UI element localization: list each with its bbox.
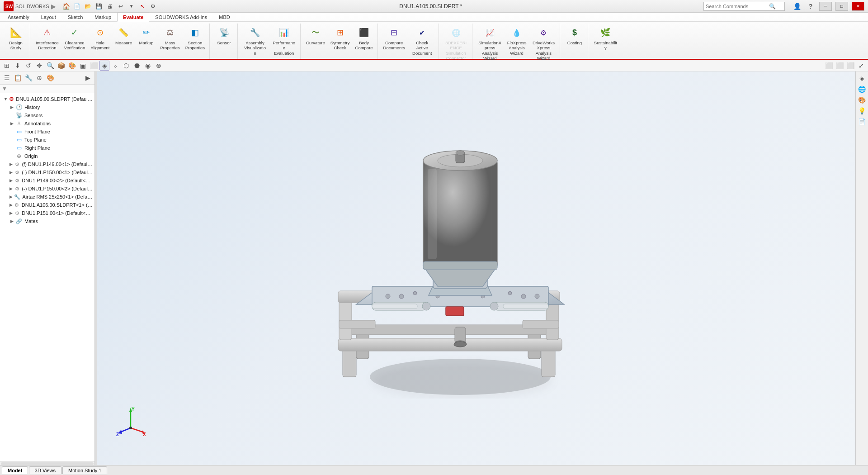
pan-icon[interactable]: ✥ [34,61,44,71]
viewport[interactable]: Y X Z [97,71,855,465]
tab-addins[interactable]: SOLIDWORKS Add-Ins [149,13,213,21]
tab-mbd[interactable]: MBD [213,13,236,21]
curvature-btn[interactable]: 〜 Curvature [304,24,327,46]
appearance-panel-icon[interactable]: ◈ [857,73,867,83]
3dxp-btn[interactable]: 🌐 3DEXPERIENCESimulationConnector [443,24,470,62]
display-icon[interactable]: 📦 [56,61,66,71]
undo-icon[interactable]: ↩ [116,1,126,11]
viewport-quad-icon[interactable]: ⬜ [845,61,855,71]
tab-model[interactable]: Model [2,466,28,474]
symmetry-check-btn[interactable]: ⊞ SymmetryCheck [329,24,352,52]
selection-icon[interactable]: ▣ [78,61,88,71]
tab-motion-study[interactable]: Motion Study 1 [62,466,107,474]
shadows-icon[interactable]: ◉ [143,61,153,71]
section-view-icon[interactable]: ⬜ [89,61,99,71]
annotations-toggle[interactable]: ▶ [9,121,14,126]
driveworks-btn[interactable]: ⚙ DriveWorksXpressAnalysis Wizard [530,24,557,62]
zoom-icon[interactable]: 🔍 [45,61,55,71]
new-icon[interactable]: 📄 [72,1,82,11]
history-toggle[interactable]: ▶ [9,104,14,110]
realview-icon[interactable]: ⬣ [132,61,142,71]
collapse-arrow[interactable]: ▶ [83,73,93,83]
scene-panel-icon[interactable]: 🌐 [857,84,867,94]
open-icon[interactable]: 📂 [83,1,93,11]
tree-top-plane[interactable]: ▭ Top Plane [0,136,94,144]
tree-dnu1-a106[interactable]: ▶ ⚙ DNU1.A106.00.SLDPRT<1> (Default<Dis [0,201,94,209]
clearance-verification-btn[interactable]: ✓ ClearanceVerification [62,24,87,52]
measure-btn[interactable]: 📏 Measure [113,24,134,46]
body-compare-btn[interactable]: ⬛ BodyCompare [354,24,375,52]
tree-root[interactable]: ▼ ⚙ DNU1.A105.00.SLDPRT (Default<Display… [0,95,94,103]
pointer-icon[interactable]: ↖ [137,1,147,11]
tree-dnu1-p149-2[interactable]: ▶ ⚙ DNU1.P149.00<2> (Default<<Default>_I [0,176,94,185]
tree-right-plane[interactable]: ▭ Right Plane [0,144,94,152]
print-icon[interactable]: 🖨 [105,1,115,11]
config-manager-icon[interactable]: 🔧 [24,73,33,83]
tab-markup[interactable]: Markup [89,13,117,21]
tree-front-plane[interactable]: ▭ Front Plane [0,128,94,136]
tree-dnu1-p150-2[interactable]: ▶ ⚙ (-) DNU1.P150.00<2> (Default<<Defaul… [0,185,94,193]
save-icon[interactable]: 💾 [94,1,104,11]
tree-dnu1-p150-1[interactable]: ▶ ⚙ (-) DNU1.P150.00<1> (Default<<Defaul… [0,168,94,176]
property-manager-icon[interactable]: 📋 [13,73,23,83]
filter-icon[interactable]: ▼ [2,86,7,92]
costing-btn[interactable]: $ Costing [564,24,585,46]
tree-airtac[interactable]: ▶ 🔧 Airtac RMS 25x250<1> (Default<Displa… [0,193,94,201]
hole-alignment-btn[interactable]: ⊙ HoleAlignment [89,24,111,52]
viewport-dual-icon[interactable]: ⬜ [835,61,844,71]
assembly-viz-btn[interactable]: 🔧 AssemblyVisualization [241,24,269,57]
a106-toggle[interactable]: ▶ [9,202,13,208]
feature-manager-icon[interactable]: ☰ [2,73,12,83]
tab-3dviews[interactable]: 3D Views [29,466,61,474]
tab-assembly[interactable]: Assembly [2,13,35,21]
interference-detection-btn[interactable]: ⚠ InterferenceDetection [34,24,61,52]
tree-annotations[interactable]: ▶ Ａ Annotations [0,119,94,128]
mass-properties-btn[interactable]: ⚖ MassProperties [158,24,181,52]
performance-btn[interactable]: 📊 PerformanceEvaluation [270,24,297,57]
tree-dnu1-p151[interactable]: ▶ ⚙ DNU1.P151.00<1> (Default<<Default>_I [0,209,94,217]
tree-dnu1-p149-1[interactable]: ▶ ⚙ (f) DNU1.P149.00<1> (Default<<Defaul… [0,160,94,168]
options-icon[interactable]: ⚙ [148,1,158,11]
ambientocclusion-icon[interactable]: ⊛ [154,61,164,71]
p149-1-toggle[interactable]: ▶ [9,162,14,167]
section-properties-btn[interactable]: ◧ SectionProperties [184,24,207,52]
floxpress-btn[interactable]: 💧 FloXpressAnalysisWizard [505,24,528,57]
decals-panel-icon[interactable]: 🎨 [857,95,867,105]
restore-btn[interactable]: □ [835,2,848,11]
appearance-icon[interactable]: 🎨 [45,73,55,83]
p150-1-toggle[interactable]: ▶ [9,170,14,175]
root-toggle[interactable]: ▼ [4,96,8,102]
search-input[interactable] [706,4,769,9]
simxpress-btn[interactable]: 📈 SimulationXpressAnalysis Wizard [476,24,504,62]
render-icon[interactable]: 🎨 [67,61,77,71]
displaystate-panel-icon[interactable]: 📄 [857,117,867,127]
check-active-btn[interactable]: ✔ Check ActiveDocument [409,24,436,57]
home-icon[interactable]: 🏠 [61,1,71,11]
hidden-icon[interactable]: ⬦ [110,61,120,71]
tree-sensors[interactable]: 📡 Sensors [0,111,94,119]
tree-mates[interactable]: ▶ 🔗 Mates [0,217,94,225]
dim-expert-icon[interactable]: ⊕ [34,73,44,83]
p151-toggle[interactable]: ▶ [9,210,14,216]
tab-layout[interactable]: Layout [35,13,62,21]
front-view-icon[interactable]: ⬇ [13,61,23,71]
close-btn[interactable]: ✕ [852,2,864,11]
airtac-toggle[interactable]: ▶ [9,194,13,200]
shaded-icon[interactable]: ◈ [99,61,109,71]
user-icon[interactable]: 👤 [792,1,802,11]
tab-evaluate[interactable]: Evaluate [117,13,149,22]
sensor-btn[interactable]: 📡 Sensor [214,24,235,46]
mates-toggle[interactable]: ▶ [9,218,14,224]
help-icon[interactable]: ? [806,1,816,11]
compare-docs-btn[interactable]: ⊟ CompareDocuments [382,24,407,52]
tree-origin[interactable]: ⊕ Origin [0,152,94,160]
p149-2-toggle[interactable]: ▶ [9,178,14,183]
rotate-icon[interactable]: ↺ [24,61,33,71]
viewport-single-icon[interactable]: ⬜ [824,61,834,71]
p150-2-toggle[interactable]: ▶ [9,186,14,191]
expand-icon[interactable]: ⤢ [856,61,866,71]
realview-panel-icon[interactable]: 💡 [857,106,867,116]
tree-history[interactable]: ▶ 🕐 History [0,103,94,111]
design-study-btn[interactable]: 📐 DesignStudy [5,24,27,52]
tab-sketch[interactable]: Sketch [62,13,89,21]
